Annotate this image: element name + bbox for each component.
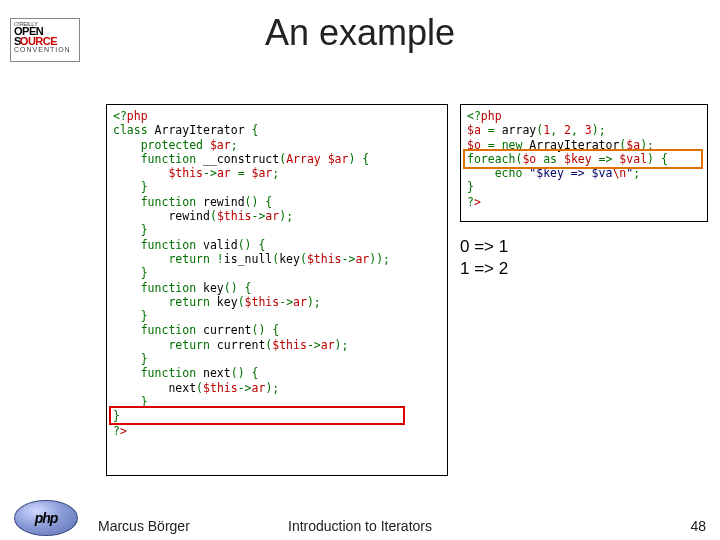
c: ar [321,338,335,352]
c: php [481,109,502,123]
output-block: 0 => 1 1 => 2 [460,236,508,280]
c: <? [467,109,481,123]
c: () { [224,281,252,295]
c: 2 [564,123,571,137]
code-block-right: <?php $a = array(1, 2, 3); $o = new Arra… [460,104,708,222]
footer-page: 48 [690,518,706,534]
c: = [488,123,502,137]
oreilly-logo: O'REILLY OPEN SOURCE CONVENTION [10,18,80,62]
c: <? [113,109,127,123]
c: function [113,366,203,380]
c: () { [251,323,279,337]
c: ( [238,295,245,309]
c: -> [279,295,293,309]
c: $key [564,152,599,166]
c: function [113,281,203,295]
c: ); [279,209,293,223]
c: ( [210,209,217,223]
c: $val [619,152,647,166]
c: php [127,109,148,123]
c: key [217,295,238,309]
c: = [238,166,252,180]
c: valid [203,238,238,252]
c: ArrayIterator [155,123,252,137]
c: return [113,338,217,352]
c: current [203,323,251,337]
c: ); [592,123,606,137]
c: ; [633,166,640,180]
c: ar [265,209,279,223]
c: ; [231,138,238,152]
c: $this [307,252,342,266]
c: function [113,195,203,209]
c: current [217,338,265,352]
c: __construct [203,152,279,166]
c: } [113,223,148,237]
c: -> [252,209,266,223]
c: array [502,123,537,137]
c: echo [467,166,529,180]
c: )); [369,252,390,266]
c: rewind [203,195,245,209]
c: as [543,152,564,166]
c: $this [245,295,280,309]
slide: O'REILLY OPEN SOURCE CONVENTION An examp… [0,12,720,540]
c: 3 [585,123,592,137]
c: } [113,352,148,366]
c: } [113,395,148,409]
c: is_null [224,252,272,266]
c: return [113,295,217,309]
c: ) { [647,152,668,166]
logo-convention: CONVENTION [14,46,76,53]
c: foreach( [467,152,522,166]
c: -> [238,381,252,395]
c: rewind [113,209,210,223]
c: => [599,152,620,166]
c: () { [231,366,259,380]
c: return ! [113,252,224,266]
c: key [203,281,224,295]
c: $o [522,152,543,166]
c: ( [300,252,307,266]
c: ? [467,195,474,209]
c: -> [342,252,356,266]
c: = new [488,138,530,152]
c: ar [293,295,307,309]
c: $this [203,381,238,395]
c: { [251,123,258,137]
c: } [113,409,120,423]
footer-title: Introduction to Iterators [0,518,720,534]
c: ( [196,381,203,395]
c: > [120,424,127,438]
c: , [550,123,564,137]
c: $this [272,338,307,352]
c: $a [467,123,488,137]
c: $a [626,138,640,152]
c: function [113,152,203,166]
c: class [113,123,155,137]
output-line: 1 => 2 [460,258,508,280]
c: key [279,252,300,266]
c: () { [238,238,266,252]
c: protected [113,138,210,152]
c: ); [640,138,654,152]
c: $o [467,138,488,152]
c: next [113,381,196,395]
c: -> [203,166,217,180]
c: ar [217,166,238,180]
c: ); [335,338,349,352]
c: function [113,238,203,252]
c: $this [217,209,252,223]
c: -> [307,338,321,352]
c: ar [355,252,369,266]
c: ); [307,295,321,309]
c: ) { [348,152,369,166]
c: } [113,266,148,280]
c: function [113,323,203,337]
c: next [203,366,231,380]
c: > [474,195,481,209]
c: \n [612,166,626,180]
c: , [571,123,585,137]
c: } [113,309,148,323]
c: () { [245,195,273,209]
